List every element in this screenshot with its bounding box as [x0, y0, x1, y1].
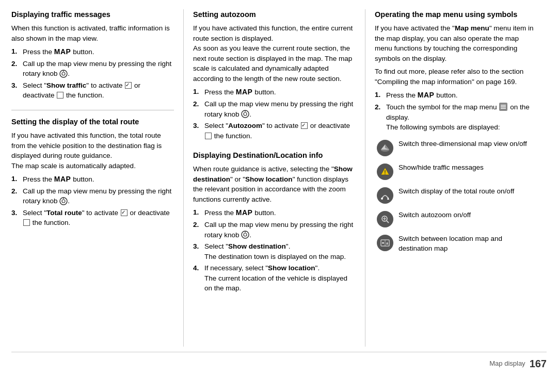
- section-title-displaying-traffic: Displaying traffic messages: [11, 9, 174, 20]
- map-label-2: MAP: [54, 175, 71, 183]
- map-label: MAP: [54, 47, 71, 56]
- map-label-5: MAP: [418, 91, 435, 99]
- symbol-list: Switch three-dimensional map view on/off…: [375, 139, 537, 254]
- svg-line-24: [387, 221, 389, 223]
- section-title-map-menu-symbols: Operating the map menu using symbols: [375, 9, 537, 20]
- steps-map-menu-symbols: Press the MAP button. Touch the symbol f…: [375, 90, 537, 132]
- step-2-dest-loc: Call up the map view menu by pressing th…: [193, 220, 356, 240]
- step-2-map-menu: Touch the symbol for the map menu on the…: [375, 102, 537, 133]
- section-body-map-menu-symbols-1: If you have activated the "Map menu" men…: [375, 23, 537, 63]
- symbol-row-location-map: Switch between location map and destinat…: [377, 234, 537, 254]
- show-location-label-body: Show location: [245, 175, 293, 183]
- columns: Displaying traffic messages When this fu…: [11, 9, 547, 347]
- step-3-total-route: Select "Total route" to activate or deac…: [11, 208, 174, 228]
- svg-marker-30: [386, 241, 388, 244]
- step-3-dest-loc: Select "Show destination". The destinati…: [193, 241, 356, 262]
- page: Displaying traffic messages When this fu…: [0, 0, 558, 392]
- map-menu-symbol-icon: [499, 102, 508, 111]
- step-1-total-route: Press the MAP button.: [11, 174, 174, 185]
- symbol-3d-icon: [377, 140, 393, 156]
- symbol-location-map-text: Switch between location map and destinat…: [398, 234, 537, 254]
- section-map-menu-symbols: Operating the map menu using symbols If …: [375, 9, 537, 254]
- map-label-3: MAP: [236, 88, 253, 96]
- section-autozoom: Setting autozoom If you have activated t…: [193, 9, 356, 141]
- show-traffic-label: Show traffic: [46, 81, 86, 89]
- right-rotary-knob-icon-2: [59, 197, 68, 205]
- map-label-4: MAP: [236, 208, 253, 217]
- section-title-autozoom: Setting autozoom: [193, 9, 356, 20]
- map-menu-label: Map menu: [455, 24, 489, 32]
- step-1-traffic: Press the MAP button.: [11, 46, 174, 57]
- step-4-dest-loc: If necessary, select "Show location". Th…: [193, 263, 356, 293]
- column-1: Displaying traffic messages When this fu…: [11, 9, 184, 347]
- svg-point-29: [382, 242, 384, 244]
- step-1-map-menu: Press the MAP button.: [375, 90, 537, 101]
- step-3-autozoom: Select "Autozoom" to activate or deactiv…: [193, 121, 356, 141]
- uncheck-icon-2: [23, 219, 30, 226]
- footer-label: Map display: [489, 359, 525, 369]
- step-3-extra: The destination town is displayed on the…: [204, 253, 346, 260]
- symbol-total-route-text: Switch display of the total route on/off: [398, 186, 537, 197]
- section-body-total-route: If you have activated this function, the…: [11, 130, 174, 171]
- section-destination-location: Displaying Destination/Location info Whe…: [193, 150, 356, 293]
- symbol-row-traffic: ! Show/hide traffic messages: [377, 162, 537, 180]
- svg-point-7: [244, 112, 247, 116]
- section-total-route: Setting the display of the total route I…: [11, 117, 174, 228]
- column-2: Setting autozoom If you have activated t…: [184, 9, 365, 347]
- step-4-extra: The current location of the vehicle is d…: [204, 274, 347, 292]
- divider-1: [11, 110, 174, 110]
- uncheck-icon-3: [205, 133, 212, 139]
- symbol-location-map-icon: [377, 235, 393, 251]
- right-rotary-knob-icon-3: [241, 110, 249, 118]
- symbol-row-autozoom: Switch autozoom on/off: [377, 210, 537, 227]
- svg-point-21: [381, 198, 383, 200]
- section-displaying-traffic: Displaying traffic messages When this fu…: [11, 9, 174, 101]
- step-2-map-menu-extra: The following symbols are displayed:: [386, 123, 500, 131]
- section-body-map-menu-symbols-2: To find out more, please refer also to t…: [375, 67, 537, 87]
- step-1-autozoom: Press the MAP button.: [193, 87, 356, 97]
- section-body-destination-location: When route guidance is active, selecting…: [193, 164, 356, 204]
- steps-destination-location: Press the MAP button. Call up the map vi…: [193, 207, 356, 293]
- symbol-autozoom-text: Switch autozoom on/off: [398, 210, 537, 220]
- check-icon-2: [121, 209, 127, 216]
- symbol-autozoom-icon: [377, 211, 393, 227]
- step-2-autozoom: Call up the map view menu by pressing th…: [193, 99, 356, 119]
- symbol-total-route-icon: [377, 187, 393, 204]
- svg-point-4: [62, 200, 65, 203]
- step-2-traffic: Call up the map view menu by pressing th…: [11, 59, 174, 79]
- check-icon-3: [301, 122, 308, 129]
- symbol-traffic-icon: !: [377, 164, 393, 180]
- symbol-traffic-text: Show/hide traffic messages: [398, 162, 537, 173]
- step-1-dest-loc: Press the MAP button.: [193, 207, 356, 218]
- section-title-destination-location: Displaying Destination/Location info: [193, 150, 356, 161]
- steps-displaying-traffic: Press the MAP button. Call up the map vi…: [11, 46, 174, 101]
- footer: Map display 167: [11, 352, 547, 371]
- show-location-label: Show location: [268, 264, 315, 272]
- section-body-displaying-traffic: When this function is activated, traffic…: [11, 23, 174, 43]
- uncheck-icon: [57, 92, 63, 99]
- check-icon: [125, 82, 132, 89]
- section-body-autozoom: If you have activated this function, the…: [193, 23, 356, 84]
- total-route-label: Total route: [46, 209, 82, 217]
- right-rotary-knob-icon-4: [241, 231, 249, 239]
- step-3-traffic: Select "Show traffic" to activate or dea…: [11, 80, 174, 101]
- show-destination-label: Show destination: [228, 242, 286, 250]
- svg-point-10: [244, 233, 247, 236]
- right-rotary-knob-icon: [59, 70, 68, 78]
- autozoom-label: Autozoom: [228, 122, 262, 129]
- symbol-3d-text: Switch three-dimensional map view on/off: [398, 139, 537, 149]
- steps-autozoom: Press the MAP button. Call up the map vi…: [193, 87, 356, 141]
- steps-total-route: Press the MAP button. Call up the map vi…: [11, 174, 174, 228]
- column-3: Operating the map menu using symbols If …: [365, 9, 547, 347]
- page-number: 167: [530, 356, 547, 371]
- svg-text:!: !: [384, 170, 386, 175]
- step-2-total-route: Call up the map view menu by pressing th…: [11, 186, 174, 206]
- svg-point-1: [62, 72, 65, 75]
- symbol-row-total-route: Switch display of the total route on/off: [377, 186, 537, 204]
- section-title-total-route: Setting the display of the total route: [11, 117, 174, 127]
- symbol-row-3d: Switch three-dimensional map view on/off: [377, 139, 537, 156]
